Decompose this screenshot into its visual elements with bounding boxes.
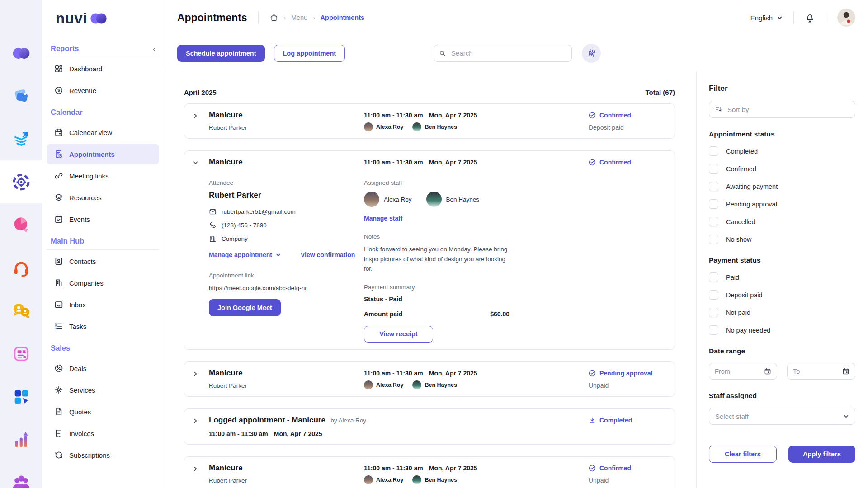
date-from-input[interactable]: From [709,363,777,380]
appointment-link-url[interactable]: https://meet.google.com/abc-defg-hij [209,285,364,291]
checkbox[interactable] [709,308,718,317]
rail-app-community[interactable] [0,461,42,488]
sort-by-select[interactable]: Sort by [709,101,855,118]
sidebar-item-dashboard[interactable]: Dashboard [47,58,159,79]
schedule-appointment-button[interactable]: Schedule appointment [177,45,265,62]
svg-text:3: 3 [55,327,57,330]
divider [258,11,259,24]
join-google-meet-button[interactable]: Join Google Meet [209,299,281,316]
checkbox[interactable] [709,164,718,174]
rail-app-news[interactable] [0,332,42,375]
filter-option-completed[interactable]: Completed [709,146,855,156]
rail-app-analytics[interactable] [0,418,42,461]
staff-select[interactable]: Select staff [709,408,855,425]
logged-appointment-card[interactable]: Logged appointment - Manicure by Alexa R… [184,408,675,445]
filter-option-not-paid[interactable]: Not paid [709,308,855,317]
appointment-list: April 2025 Total (67) Manicure Rubert Pa… [164,71,696,488]
appointment-time: 11:00 am - 11:30 amMon, Apr 7 2025 [209,430,589,437]
manage-staff-link[interactable]: Manage staff [364,215,666,222]
sort-icon [715,106,722,113]
filter-option-cancelled[interactable]: Cancelled [709,217,855,226]
language-selector[interactable]: English [750,14,783,22]
rail-app-insights[interactable] [0,203,42,246]
sidebar-item-appointments[interactable]: Appointments [47,144,159,164]
sidebar-item-subscriptions[interactable]: Subscriptions [47,445,159,465]
expand-chevron-icon[interactable] [193,466,198,472]
filter-option-paid[interactable]: Paid [709,272,855,282]
appointment-card[interactable]: Manicure Rubert Parker 11:00 am - 11:30 … [184,103,675,139]
checkbox[interactable] [709,182,718,191]
filter-option-awaiting-payment[interactable]: Awaiting payment [709,182,855,191]
appointment-card[interactable]: Manicure Rubert Parker 11:00 am - 11:30 … [184,456,675,488]
checkbox[interactable] [709,217,718,226]
sidebar-item-events[interactable]: Events [47,209,159,230]
breadcrumb-menu[interactable]: Menu [291,14,307,21]
rail-app-support[interactable] [0,246,42,289]
checkbox[interactable] [709,146,718,156]
expand-chevron-icon[interactable] [193,418,198,424]
filter-title: Filter [709,84,855,93]
sidebar-item-services[interactable]: Services [47,380,159,400]
sidebar-item-resources[interactable]: Resources [47,187,159,208]
checkbox[interactable] [709,272,718,282]
breadcrumb-separator-icon: › [284,14,286,21]
filter-toggle-button[interactable] [582,44,601,63]
sidebar-item-invoices[interactable]: Invoices [47,423,159,444]
sidebar-item-tasks[interactable]: 1 2 3 Tasks [47,316,159,337]
sidebar-item-contacts[interactable]: Contacts [47,251,159,272]
rail-app-automation[interactable] [0,160,42,203]
people-group-icon [11,473,31,488]
chevron-down-icon [777,15,783,21]
home-icon[interactable] [269,13,278,22]
filter-option-confirmed[interactable]: Confirmed [709,164,855,174]
notifications-bell-icon[interactable] [805,13,815,23]
status-badge: Completed [589,416,666,424]
sidebar-item-inbox[interactable]: Inbox [47,294,159,315]
appointment-card[interactable]: Manicure Rubert Parker 11:00 am - 11:30 … [184,361,675,397]
view-receipt-button[interactable]: View receipt [364,326,433,343]
checkbox[interactable] [709,235,718,244]
search-input[interactable] [434,45,572,62]
staff-assigned-heading: Staff assigned [709,392,855,400]
sidebar-item-deals[interactable]: Deals [47,358,159,379]
link-icon [54,171,63,180]
appointment-title-row: Logged appointment - Manicure by Alexa R… [209,416,589,425]
chat-users-icon [11,301,31,321]
topbar: Appointments › Menu › Appointments Engli… [164,0,868,35]
rail-app-tags[interactable] [0,75,42,117]
sidebar-item-calendar-view[interactable]: Calendar view [47,122,159,143]
rail-app-apps[interactable] [0,375,42,418]
date-to-input[interactable]: To [787,363,855,380]
view-confirmation-link[interactable]: View confirmation [301,251,355,258]
checkbox[interactable] [709,325,718,335]
manage-appointment-link[interactable]: Manage appointment [209,251,281,258]
breadcrumb-separator-icon: › [313,14,315,21]
expand-chevron-icon[interactable] [193,371,198,377]
rail-app-growth[interactable] [0,117,42,160]
sidebar-item-meeting-links[interactable]: Meeting links [47,165,159,186]
apply-filters-button[interactable]: Apply filters [788,446,855,463]
sidebar: nuvi Reports ‹ Dashboard $ Rev [42,0,164,488]
appointment-time: 11:00 am - 11:30 amMon, Apr 7 2025 [364,464,589,472]
sidebar-item-quotes[interactable]: Quotes [47,401,159,422]
checkbox[interactable] [709,290,718,300]
rail-app-conversations[interactable] [0,289,42,332]
sidebar-collapse-icon[interactable]: ‹ [153,45,156,53]
app-window: nuvi Reports ‹ Dashboard $ Rev [0,0,868,488]
sidebar-item-companies[interactable]: Companies [47,272,159,293]
payment-status-heading: Payment status [709,256,855,264]
app-rail [0,0,42,488]
filter-option-no-pay-needed[interactable]: No pay needed [709,325,855,335]
clear-filters-button[interactable]: Clear filters [709,446,777,463]
filter-option-deposit-paid[interactable]: Deposit paid [709,290,855,300]
log-appointment-button[interactable]: Log appointment [274,45,345,62]
collapse-chevron-icon[interactable] [193,160,198,166]
checkbox[interactable] [709,199,718,209]
sidebar-item-revenue[interactable]: $ Revenue [47,80,159,101]
app-grid-icon [11,387,31,407]
expand-chevron-icon[interactable] [193,113,198,119]
filter-option-pending-approval[interactable]: Pending approval [709,199,855,209]
user-avatar[interactable] [837,9,855,27]
filter-option-no-show[interactable]: No show [709,235,855,244]
rail-app-infinity[interactable] [0,32,42,75]
